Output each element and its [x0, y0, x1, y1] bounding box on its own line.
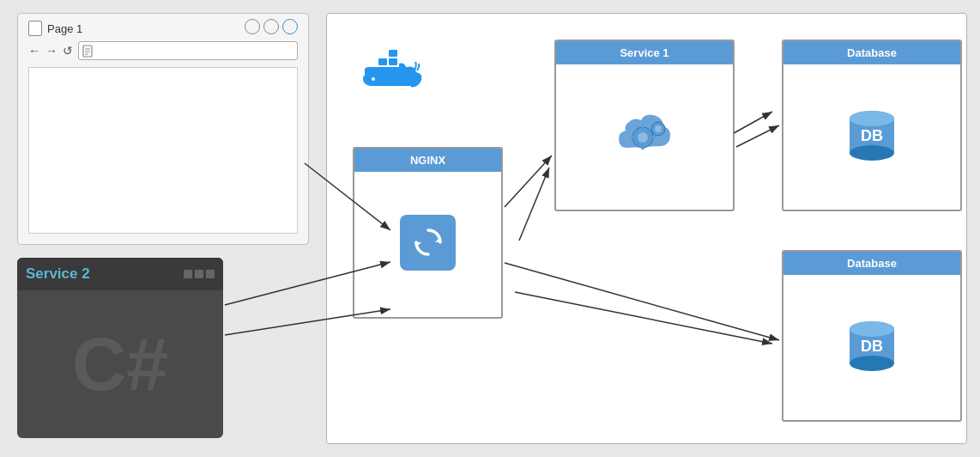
database1-box: Database DB — [782, 40, 962, 211]
svg-marker-11 — [435, 237, 440, 242]
service2-title: Service 2 — [26, 265, 90, 283]
svg-rect-15 — [641, 125, 644, 131]
refresh-button[interactable]: ↺ — [63, 44, 73, 58]
svg-marker-12 — [416, 242, 421, 247]
svg-line-32 — [505, 155, 552, 207]
service1-box: Service 1 — [554, 40, 735, 211]
nginx-header: NGINX — [354, 149, 501, 172]
database1-content: DB — [783, 64, 960, 205]
browser-btn-1[interactable] — [245, 19, 260, 34]
forward-button[interactable]: → — [45, 44, 57, 58]
svg-point-14 — [638, 132, 648, 143]
db1-icon: DB — [842, 103, 902, 168]
window-dots — [184, 270, 215, 278]
svg-point-29 — [850, 321, 894, 337]
docker-icon — [361, 48, 430, 100]
address-bar[interactable] — [78, 41, 298, 60]
tab-label: Page 1 — [47, 22, 82, 35]
service1-content — [556, 64, 733, 205]
svg-rect-16 — [641, 144, 644, 149]
back-button[interactable]: ← — [28, 44, 40, 58]
database2-label: Database — [847, 257, 897, 270]
csharp-content: C# — [17, 290, 223, 438]
browser-btn-3[interactable] — [282, 19, 298, 34]
sync-icon-container — [400, 215, 456, 271]
browser-controls — [245, 19, 298, 34]
browser-content — [28, 67, 298, 234]
tab-icon — [28, 21, 42, 36]
nginx-content — [354, 172, 501, 313]
svg-point-20 — [655, 125, 662, 132]
service2-header: Service 2 — [17, 258, 223, 290]
main-diagram: NGINX Service 1 — [326, 13, 967, 444]
page-icon — [82, 45, 94, 58]
service1-label: Service 1 — [620, 46, 668, 59]
cloud-gear-icon — [610, 105, 679, 165]
nginx-box: NGINX — [353, 147, 503, 319]
sync-icon — [411, 225, 445, 259]
browser-tab: Page 1 — [28, 21, 82, 36]
svg-rect-7 — [378, 58, 387, 65]
svg-rect-8 — [389, 58, 397, 65]
database2-header: Database — [783, 252, 960, 275]
svg-line-34 — [505, 263, 779, 340]
svg-rect-17 — [631, 136, 636, 139]
db2-icon: DB — [842, 314, 902, 378]
svg-text:DB: DB — [861, 338, 883, 355]
browser-btn-2[interactable] — [263, 19, 279, 34]
svg-rect-18 — [650, 136, 655, 139]
database2-content: DB — [783, 275, 960, 416]
database1-label: Database — [847, 46, 897, 59]
svg-point-23 — [850, 145, 894, 161]
csharp-symbol: C# — [72, 326, 169, 402]
svg-point-24 — [850, 111, 894, 126]
svg-point-28 — [850, 356, 894, 371]
svg-point-10 — [372, 77, 375, 81]
docker-area — [353, 40, 439, 108]
browser-toolbar: ← → ↺ — [28, 41, 298, 60]
service2-box: Service 2 C# — [17, 258, 223, 438]
nginx-label: NGINX — [410, 154, 445, 167]
svg-rect-9 — [389, 50, 397, 57]
svg-text:DB: DB — [861, 127, 883, 144]
window-dot-2 — [195, 270, 203, 278]
database2-box: Database DB — [782, 250, 962, 422]
window-dot-3 — [206, 270, 215, 278]
service1-header: Service 1 — [556, 41, 733, 64]
database1-header: Database — [783, 41, 960, 64]
browser-panel: Page 1 ← → ↺ — [17, 13, 309, 245]
window-dot-1 — [184, 270, 192, 278]
svg-line-33 — [736, 125, 779, 147]
